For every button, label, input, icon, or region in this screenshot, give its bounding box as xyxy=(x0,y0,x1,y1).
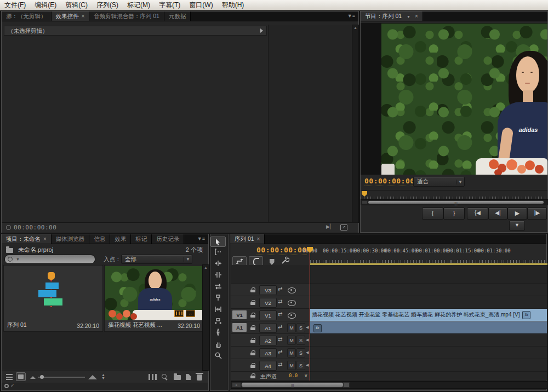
track-output-eye-icon[interactable] xyxy=(288,313,296,319)
mute-button[interactable]: M xyxy=(287,361,296,370)
track-name-a2[interactable]: A2 xyxy=(259,336,277,345)
playhead-line[interactable] xyxy=(310,249,310,381)
menu-sequence[interactable]: 序列(S) xyxy=(92,0,123,10)
tab-markers[interactable]: 标记 xyxy=(131,234,152,244)
slider-thumb[interactable] xyxy=(40,375,44,379)
new-bin-icon[interactable] xyxy=(174,375,181,380)
search-box[interactable]: ▼ xyxy=(4,255,95,264)
track-content-a3[interactable] xyxy=(310,347,547,359)
tab-program-monitor[interactable]: 节目：序列 01 ▼ × xyxy=(361,11,423,21)
lock-icon[interactable] xyxy=(250,313,255,318)
find-icon[interactable] xyxy=(162,374,167,379)
thumbnail-zoom-slider[interactable] xyxy=(38,377,85,378)
tab-media-browser[interactable]: 媒体浏览器 xyxy=(52,234,90,244)
step-back-button[interactable]: ◀| xyxy=(488,207,507,220)
mute-button[interactable]: M xyxy=(287,348,296,358)
mark-in-button[interactable]: { xyxy=(422,207,443,220)
lock-icon[interactable] xyxy=(250,350,255,355)
panel-menu-icon[interactable]: ▼≡ xyxy=(194,234,208,244)
in-point-filter-dropdown[interactable]: 全部▼ xyxy=(121,255,192,264)
zoom-in-icon[interactable] xyxy=(88,375,97,379)
source-patch-a1[interactable]: A1 xyxy=(232,323,247,332)
clip-badge-icon[interactable] xyxy=(174,310,184,317)
speaker-icon[interactable]: ◀ xyxy=(306,338,309,342)
track-name-v1[interactable]: V1 xyxy=(259,310,277,320)
timeline-timecode[interactable]: 00:00:00:00 xyxy=(256,246,307,255)
track-content-v3[interactable] xyxy=(310,284,547,296)
expand-arrow-icon[interactable] xyxy=(260,28,263,33)
sync-lock-icon[interactable]: ⇄ xyxy=(278,286,282,292)
speaker-icon[interactable]: ◀ xyxy=(306,350,309,355)
zoom-level-dropdown[interactable]: 适合▼ xyxy=(413,177,465,187)
lock-icon[interactable] xyxy=(250,287,255,292)
clip-badge-icon[interactable]: ↔ xyxy=(186,310,195,317)
sync-lock-icon[interactable]: ⇄ xyxy=(278,311,282,317)
track-name-v3[interactable]: V3 xyxy=(259,285,277,295)
audio-clip[interactable]: fx xyxy=(310,321,547,333)
menu-window[interactable]: 窗口(W) xyxy=(185,0,217,10)
scroll-up-icon[interactable]: ▲ xyxy=(352,25,358,30)
lock-icon[interactable] xyxy=(250,373,255,378)
program-timecode[interactable]: 00:00:00:00 xyxy=(364,177,415,186)
scrollbar-endcap[interactable] xyxy=(362,200,368,204)
menu-edit[interactable]: 编辑(E) xyxy=(30,0,61,10)
solo-button[interactable]: S xyxy=(296,323,305,332)
selection-tool[interactable] xyxy=(210,237,226,247)
lock-icon[interactable] xyxy=(250,338,255,343)
scrollbar-endcap[interactable]: ≡ xyxy=(232,382,241,388)
effects-vscrollbar[interactable]: ▲ xyxy=(352,25,359,223)
sync-lock-icon[interactable]: ⇄ xyxy=(278,349,282,355)
track-content-a2[interactable] xyxy=(310,334,547,346)
tab-effect-controls[interactable]: 效果控件× xyxy=(52,11,90,21)
track-name-a4[interactable]: A4 xyxy=(259,361,277,371)
tab-history[interactable]: 历史记录 xyxy=(152,234,184,244)
project-vscrollbar[interactable]: ▲ xyxy=(202,264,209,371)
sort-icon[interactable]: ▲▼ xyxy=(101,373,105,380)
icon-view-button[interactable] xyxy=(16,372,26,381)
lock-icon[interactable] xyxy=(250,300,255,305)
program-hscrollbar[interactable]: ||| xyxy=(361,199,548,205)
zoom-out-icon[interactable] xyxy=(30,376,36,379)
project-item-clip[interactable]: adidas ↔ 插花视频 花艺视频 ... 32:20:10 xyxy=(104,265,204,332)
rate-stretch-tool[interactable] xyxy=(210,283,226,293)
menu-help[interactable]: 帮助(H) xyxy=(218,0,249,10)
scrollbar-handle[interactable] xyxy=(343,382,350,388)
master-track-label[interactable]: 主声道 xyxy=(260,373,277,381)
lock-icon[interactable] xyxy=(250,325,255,330)
track-name-v2[interactable]: V2 xyxy=(259,298,277,308)
item-name[interactable]: 序列 01 xyxy=(7,321,27,329)
sync-lock-icon[interactable]: ⇄ xyxy=(278,324,282,330)
tab-source-monitor[interactable]: 源：（无剪辑） xyxy=(2,11,52,21)
rolling-edit-tool[interactable] xyxy=(210,271,226,281)
tab-audio-clip-mixer[interactable]: 音频剪辑混合器：序列 01 xyxy=(89,11,164,21)
master-level-value[interactable]: 0.0 xyxy=(289,373,298,378)
track-content-a4[interactable] xyxy=(310,359,547,371)
scroll-up-icon[interactable]: ▲ xyxy=(203,265,209,270)
track-select-tool[interactable] xyxy=(210,248,226,258)
go-to-in-button[interactable]: {◀ xyxy=(467,207,488,220)
source-patch-v1[interactable]: V1 xyxy=(232,310,247,319)
automate-to-sequence-icon[interactable] xyxy=(149,374,157,380)
close-icon[interactable]: × xyxy=(43,236,47,242)
solo-button[interactable]: S xyxy=(296,361,305,370)
slip-tool[interactable] xyxy=(210,305,226,316)
lock-icon[interactable] xyxy=(250,363,255,368)
pen-tool[interactable] xyxy=(210,328,226,339)
project-filename[interactable]: 未命名.prproj xyxy=(18,246,53,254)
close-icon[interactable]: × xyxy=(415,13,418,19)
sync-lock-icon[interactable]: ⇄ xyxy=(278,361,282,367)
mute-button[interactable]: M xyxy=(287,336,296,345)
program-playhead-icon[interactable] xyxy=(362,191,367,197)
speaker-icon[interactable]: ◀ xyxy=(306,325,309,330)
play-button[interactable]: ▶ xyxy=(507,207,527,220)
step-forward-button[interactable]: |▶ xyxy=(527,207,547,220)
close-icon[interactable]: × xyxy=(82,13,85,19)
clear-icon[interactable] xyxy=(197,374,202,381)
track-name-a3[interactable]: A3 xyxy=(259,348,277,358)
zoom-tool[interactable] xyxy=(210,351,226,362)
video-clip[interactable]: 插花视频 花艺视频 开业花篮 零基础花艺 婚车插花 鲜花的养护 韩式花束_高清.… xyxy=(310,309,547,321)
tab-info[interactable]: 信息 xyxy=(89,234,110,244)
track-name-a1[interactable]: A1 xyxy=(259,323,277,333)
menu-clip[interactable]: 剪辑(C) xyxy=(61,0,92,10)
item-name[interactable]: 插花视频 花艺视频 ... xyxy=(108,321,162,329)
